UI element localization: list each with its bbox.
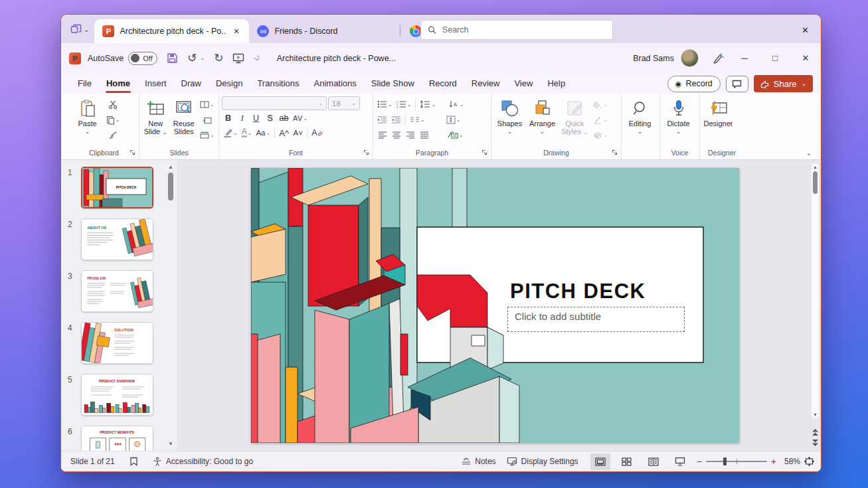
ribbon-tab-design[interactable]: Design — [209, 74, 250, 92]
slide-sorter-view-button[interactable] — [617, 453, 637, 470]
font-color-button[interactable]: A ⌄ — [240, 126, 254, 139]
highlight-color-button[interactable]: ⌄ — [222, 126, 239, 139]
subtitle-placeholder[interactable]: Click to add subtitle — [507, 307, 685, 332]
close-button[interactable]: ✕ — [790, 43, 821, 73]
bullets-button[interactable]: ⌄ — [376, 98, 394, 111]
zoom-level[interactable]: 58% — [780, 457, 800, 466]
slide-thumbnail-4[interactable]: SOLUTION — [81, 322, 153, 364]
character-spacing-button[interactable]: AV⌄ — [292, 112, 309, 125]
cut-button[interactable] — [104, 98, 122, 112]
scroll-down-icon[interactable]: ▼ — [813, 412, 818, 417]
tab-close-icon[interactable]: ✕ — [231, 26, 241, 37]
copy-button[interactable]: ⌄ — [104, 113, 122, 127]
section-button[interactable]: ⌄ — [199, 128, 216, 142]
decrease-font-button[interactable]: A˅ — [292, 126, 304, 139]
accessibility-status[interactable]: Accessibility: Good to go — [153, 457, 253, 466]
display-settings-button[interactable]: Display Settings — [507, 457, 578, 466]
line-spacing-button[interactable]: ⌄ — [418, 98, 437, 111]
theme-button[interactable] — [130, 457, 138, 466]
align-left-button[interactable] — [376, 128, 389, 141]
window-tabs-menu-button[interactable]: ⌄ — [61, 24, 94, 43]
increase-indent-button[interactable] — [390, 113, 402, 126]
align-right-button[interactable] — [404, 128, 416, 141]
paste-button[interactable]: Paste ⌄ — [72, 96, 103, 135]
slide-thumbnail-1[interactable]: PITCH DECK — [81, 167, 153, 208]
redo-icon[interactable]: ↻ — [214, 52, 223, 64]
ribbon-tab-animations[interactable]: Animations — [307, 74, 364, 92]
ribbon-tab-insert[interactable]: Insert — [137, 74, 174, 92]
collapse-ribbon-icon[interactable]: ⌄ — [806, 149, 812, 157]
fit-to-window-icon[interactable] — [804, 457, 814, 466]
slideshow-view-button[interactable] — [670, 453, 690, 470]
ribbon-tab-review[interactable]: Review — [464, 74, 507, 92]
ribbon-tab-file[interactable]: File — [70, 74, 99, 92]
share-button[interactable]: Share ⌄ — [754, 75, 813, 92]
search-input[interactable] — [442, 25, 606, 35]
smartart-button[interactable]: ⌄ — [446, 128, 465, 141]
record-button[interactable]: ◉ Record — [667, 76, 721, 92]
reuse-slides-button[interactable]: ReuseSlides — [171, 96, 198, 135]
scroll-up-icon[interactable]: ▲ — [813, 165, 818, 169]
shape-effects-button[interactable]: ⌄ — [592, 128, 609, 142]
font-name-combo[interactable]: ⌄ — [222, 96, 327, 110]
editing-button[interactable]: Editing ⌄ — [624, 96, 655, 135]
increase-font-button[interactable]: A^ — [278, 126, 290, 139]
font-size-combo[interactable]: 18⌄ — [328, 96, 360, 110]
ribbon-tab-slideshow[interactable]: Slide Show — [364, 74, 422, 92]
customize-qat-icon[interactable]: ⌵̄ — [254, 54, 259, 62]
ribbon-tab-draw[interactable]: Draw — [174, 74, 209, 92]
ribbon-tab-transitions[interactable]: Transitions — [250, 74, 306, 92]
dialog-launcher-icon[interactable] — [363, 149, 369, 155]
new-slide-button[interactable]: NewSlide ⌄ — [142, 96, 169, 136]
scrollbar-thumb[interactable] — [813, 171, 818, 194]
decrease-indent-button[interactable] — [376, 113, 389, 126]
shape-outline-button[interactable]: ⌄ — [592, 113, 609, 127]
slide-thumbnail-6[interactable]: PRODUCT BENEFITS — [81, 426, 153, 451]
start-slideshow-icon[interactable] — [232, 53, 244, 64]
zoom-slider-thumb[interactable] — [723, 457, 727, 465]
window-tab-discord[interactable]: ʚɞ Friends - Discord — [249, 19, 398, 43]
columns-button[interactable]: ⌄ — [408, 113, 426, 126]
notes-button[interactable]: Notes — [462, 457, 495, 466]
zoom-slider[interactable] — [706, 461, 767, 462]
next-slide-button[interactable] — [812, 439, 819, 447]
justify-button[interactable] — [418, 128, 430, 141]
slide-thumbnail-3[interactable]: PROBLEM — [81, 270, 153, 312]
comments-button[interactable] — [726, 76, 748, 92]
shape-fill-button[interactable]: ⌄ — [592, 98, 609, 112]
scroll-up-icon[interactable]: ▲ — [168, 164, 173, 170]
numbering-button[interactable]: 123⌄ — [395, 98, 413, 111]
undo-icon[interactable]: ↺ — [187, 52, 197, 64]
slide-editor[interactable]: PITCH DECK Click to add subtitle — [251, 168, 739, 443]
maximize-button[interactable]: □ — [760, 43, 790, 73]
chevron-down-icon[interactable]: ⌄ — [200, 55, 205, 61]
scrollbar-thumb[interactable] — [168, 173, 173, 201]
search-box[interactable] — [420, 20, 613, 40]
reading-view-button[interactable] — [644, 453, 663, 470]
save-icon[interactable] — [167, 52, 178, 64]
align-center-button[interactable] — [390, 128, 402, 141]
dialog-launcher-icon[interactable] — [481, 149, 487, 155]
underline-button[interactable]: U — [250, 112, 262, 125]
scroll-down-icon[interactable]: ▼ — [168, 441, 173, 447]
autosave-toggle[interactable]: Off — [128, 52, 157, 65]
previous-slide-button[interactable] — [812, 428, 819, 436]
text-direction-button[interactable]: A⌄ — [448, 98, 466, 111]
designer-button[interactable]: Designer — [703, 96, 734, 127]
format-painter-button[interactable] — [104, 128, 122, 142]
dialog-launcher-icon[interactable] — [612, 149, 618, 155]
change-case-button[interactable]: Aa⌄ — [254, 126, 272, 139]
strikethrough-button[interactable]: ab — [278, 112, 290, 125]
zoom-in-button[interactable]: + — [771, 457, 776, 466]
dialog-launcher-icon[interactable] — [130, 149, 135, 155]
window-tab-powerpoint[interactable]: P Architecture pitch deck - Po... ✕ — [94, 19, 249, 43]
italic-button[interactable]: I — [236, 112, 248, 125]
normal-view-button[interactable] — [590, 453, 610, 470]
dictate-button[interactable]: Dictate ⌄ — [663, 96, 694, 135]
zoom-out-button[interactable]: − — [697, 457, 702, 466]
clear-formatting-button[interactable]: A — [310, 126, 323, 139]
align-text-button[interactable]: ⌄ — [445, 113, 462, 126]
bold-button[interactable]: B — [222, 112, 234, 125]
draw-sparkle-icon[interactable] — [711, 51, 725, 66]
minimize-button[interactable]: ─ — [729, 43, 760, 73]
